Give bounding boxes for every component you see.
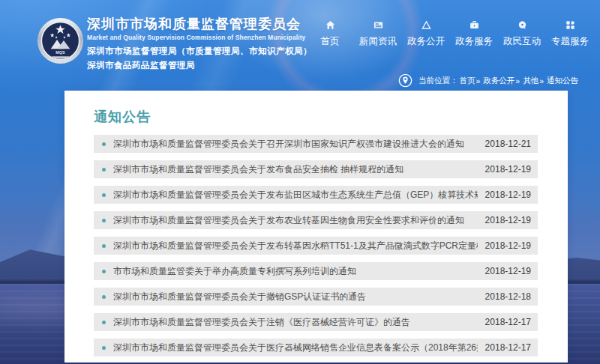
notice-link[interactable]: 深圳市市场和质量监督管理委员会关于发布转基因水稻TT51-1及其产品微滴式数字P… xyxy=(113,240,478,252)
interaction-icon xyxy=(518,20,527,30)
svg-text:MQS: MQS xyxy=(56,50,65,55)
breadcrumb-link[interactable]: 政务公开 xyxy=(483,76,514,86)
notice-link[interactable]: 深圳市市场和质量监督管理委员会关于召开深圳市国家知识产权强市建设推进大会的通知 xyxy=(113,138,478,151)
notice-date: 2018-12-19 xyxy=(485,266,531,276)
bullet-icon xyxy=(102,168,106,172)
notice-date: 2018-12-18 xyxy=(485,291,531,302)
notice-link[interactable]: 深圳市市场和质量监督管理委员会关于发布农业转基因生物食用安全性要求和评价的通知 xyxy=(113,214,478,227)
notice-list: 深圳市市场和质量监督管理委员会关于召开深圳市国家知识产权强市建设推进大会的通知 … xyxy=(94,135,538,357)
content-panel: 通知公告 深圳市市场和质量监督管理委员会关于召开深圳市国家知识产权强市建设推进大… xyxy=(64,91,568,363)
notice-date: 2018-12-19 xyxy=(485,189,531,200)
breadcrumb-separator: » xyxy=(539,76,544,85)
bullet-icon xyxy=(102,295,106,299)
nav-item[interactable]: 政务服务 xyxy=(450,20,498,48)
bullet-icon xyxy=(102,346,106,350)
breadcrumb-separator: » xyxy=(515,76,520,85)
notice-date: 2018-12-17 xyxy=(485,317,531,327)
nav-item-label: 首页 xyxy=(321,35,340,48)
notice-row[interactable]: 深圳市市场和质量监督管理委员会关于医疗器械网络销售企业信息表备案公示（2018年… xyxy=(94,339,538,357)
nav-item-label: 新闻资讯 xyxy=(359,35,397,48)
nav-item-label: 政民互动 xyxy=(503,35,541,48)
site-title-english: Market and Quality Supervision Commissio… xyxy=(87,34,305,41)
notice-link[interactable]: 深圳市市场和质量监督管理委员会关于撤销GSP认证证书的通告 xyxy=(113,291,478,303)
notice-link[interactable]: 深圳市市场和质量监督管理委员会关于医疗器械网络销售企业信息表备案公示（2018年… xyxy=(113,342,478,354)
notice-link[interactable]: 深圳市市场和质量监督管理委员会关于发布食品安全抽检 抽样规程的通知 xyxy=(113,163,478,176)
nav-item[interactable]: 政民互动 xyxy=(498,20,546,48)
main-nav: 首页 新闻资讯 政务公开 政务服务 政民互动 专题服务 xyxy=(306,20,594,48)
notice-row[interactable]: 深圳市市场和质量监督管理委员会关于发布食品安全抽检 抽样规程的通知 2018-1… xyxy=(94,160,538,178)
breadcrumb-link[interactable]: 首页 xyxy=(459,76,475,86)
notice-link[interactable]: 深圳市市场和质量监督管理委员会关于发布盐田区城市生态系统生产总值（GEP）核算技… xyxy=(113,189,478,201)
site-title: 深圳市市场和质量监督管理委员会 xyxy=(87,17,301,31)
breadcrumb-link[interactable]: 通知公告 xyxy=(547,76,578,86)
notice-row[interactable]: 深圳市市场和质量监督管理委员会关于召开深圳市国家知识产权强市建设推进大会的通知 … xyxy=(94,135,538,153)
disclosure-icon xyxy=(422,20,431,30)
nav-item-label: 政务公开 xyxy=(407,35,445,48)
notice-date: 2018-12-19 xyxy=(485,240,531,251)
nav-item[interactable]: 专题服务 xyxy=(546,20,594,48)
notice-row[interactable]: 市市场和质量监管委关于举办高质量专利撰写系列培训的通知 2018-12-19 xyxy=(94,262,538,280)
notice-row[interactable]: 深圳市市场和质量监督管理委员会关于发布转基因水稻TT51-1及其产品微滴式数字P… xyxy=(94,237,538,255)
agency-seal-logo: MQS xyxy=(37,17,84,64)
notice-date: 2018-12-17 xyxy=(485,342,531,353)
home-icon xyxy=(326,20,335,30)
notice-date: 2018-12-21 xyxy=(485,139,531,149)
org-line-2: 深圳市食品药品监督管理局 xyxy=(87,60,195,71)
notice-date: 2018-12-19 xyxy=(485,215,531,225)
org-line-1: 深圳市市场监督管理局（市质量管理局、市知识产权局） xyxy=(87,46,312,57)
notice-row[interactable]: 深圳市市场和质量监督管理委员会关于发布农业转基因生物食用安全性要求和评价的通知 … xyxy=(94,211,538,229)
nav-item[interactable]: 首页 xyxy=(306,20,354,48)
nav-item-label: 政务服务 xyxy=(455,35,493,48)
notice-row[interactable]: 深圳市市场和质量监督管理委员会关于注销《医疗器械经营许可证》的通告 2018-1… xyxy=(94,313,538,331)
nav-item[interactable]: 政务公开 xyxy=(402,20,450,48)
breadcrumb: 当前位置： 首页»政务公开»其他»通知公告 xyxy=(398,73,578,88)
breadcrumb-items: 首页»政务公开»其他»通知公告 xyxy=(459,76,578,86)
bullet-icon xyxy=(102,193,106,197)
topics-icon xyxy=(566,20,575,30)
bullet-icon xyxy=(102,244,106,248)
bullet-icon xyxy=(102,142,106,146)
nav-item[interactable]: 新闻资讯 xyxy=(354,20,402,48)
breadcrumb-separator: » xyxy=(476,76,480,85)
notice-date: 2018-12-19 xyxy=(485,164,531,175)
breadcrumb-prefix: 当前位置： xyxy=(418,76,458,86)
notice-row[interactable]: 深圳市市场和质量监督管理委员会关于发布盐田区城市生态系统生产总值（GEP）核算技… xyxy=(94,186,538,204)
services-icon xyxy=(470,20,479,30)
notice-row[interactable]: 深圳市市场和质量监督管理委员会关于撤销GSP认证证书的通告 2018-12-18 xyxy=(94,288,538,306)
breadcrumb-link[interactable]: 其他 xyxy=(523,76,538,86)
notice-link[interactable]: 市市场和质量监管委关于举办高质量专利撰写系列培训的通知 xyxy=(113,265,478,278)
bullet-icon xyxy=(102,219,106,222)
news-icon xyxy=(374,20,383,30)
bullet-icon xyxy=(102,321,106,324)
notice-link[interactable]: 深圳市市场和质量监督管理委员会关于注销《医疗器械经营许可证》的通告 xyxy=(113,316,478,329)
nav-item-label: 专题服务 xyxy=(551,35,589,48)
page-title: 通知公告 xyxy=(94,110,538,124)
bullet-icon xyxy=(102,270,106,273)
location-pin-icon xyxy=(398,73,412,88)
